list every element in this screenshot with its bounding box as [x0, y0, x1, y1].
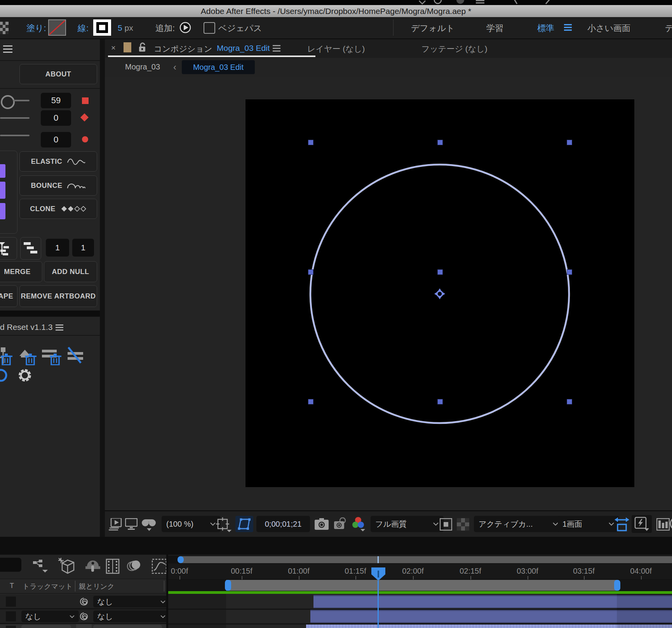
header-track-matte[interactable]: トラックマット	[23, 582, 73, 591]
panel-menu-icon[interactable]	[3, 45, 12, 53]
show-snapshot-icon[interactable]	[333, 517, 347, 531]
track-matte-select[interactable]	[21, 625, 71, 628]
stroke-label[interactable]: 線:	[78, 23, 89, 34]
stroke-swatch[interactable]	[93, 19, 111, 36]
slider-track[interactable]	[13, 100, 30, 101]
clipped-purple-icon[interactable]	[0, 164, 5, 178]
lock-icon[interactable]	[138, 42, 147, 52]
fill-label[interactable]: 塗り:	[26, 23, 46, 34]
tab-layer[interactable]: レイヤー (なし)	[307, 43, 365, 54]
pixel-aspect-correction-icon[interactable]	[615, 517, 629, 532]
offset-field[interactable]: 1	[46, 239, 69, 257]
add-null-button[interactable]: ADD NULL	[44, 261, 97, 282]
red-square-icon[interactable]	[82, 97, 89, 104]
fill-swatch-none[interactable]	[48, 19, 66, 36]
layer-row[interactable]: なし なし	[0, 610, 166, 623]
draft-3d-icon[interactable]	[58, 558, 75, 574]
breadcrumb-current-box[interactable]: Mogra_03 Edit	[182, 60, 255, 74]
grid-guides-icon[interactable]	[216, 517, 232, 532]
elastic-button[interactable]: ELASTIC	[19, 151, 97, 172]
always-preview-icon[interactable]	[109, 518, 122, 531]
about-button[interactable]: ABOUT	[19, 64, 97, 84]
parent-select[interactable]: なし	[93, 596, 170, 607]
layer-switch-cell[interactable]	[6, 611, 16, 621]
transparency-grid-icon[interactable]	[457, 518, 469, 531]
selection-handle[interactable]	[437, 140, 443, 145]
add-options-icon[interactable]	[179, 22, 191, 33]
selection-handle[interactable]	[567, 269, 572, 275]
viewer-area[interactable]	[105, 77, 672, 510]
workspace-learn[interactable]: 学習	[486, 23, 503, 34]
slider-track[interactable]	[0, 135, 30, 136]
pickwhip-icon[interactable]	[79, 597, 89, 606]
work-area-end-handle[interactable]	[614, 580, 620, 591]
clipped-purple-icon[interactable]	[0, 182, 5, 199]
bezier-label[interactable]: ベジェパス	[218, 23, 262, 34]
clipped-circle-icon[interactable]	[665, 515, 672, 533]
comp-frame[interactable]	[245, 99, 634, 487]
tab-comp-name[interactable]: Mogra_03 Edit	[217, 43, 270, 53]
work-area-start-handle[interactable]	[225, 580, 231, 591]
sequence-stagger-button[interactable]	[20, 237, 41, 260]
layer-switch-cell[interactable]	[6, 626, 16, 628]
column-divider[interactable]	[164, 581, 164, 592]
track-matte-select[interactable]: なし	[21, 611, 79, 622]
time-ruler[interactable]: 0:00f 00:15f 01:00f 01:15f 02:00f 02:15f…	[168, 564, 672, 579]
gear-icon[interactable]	[17, 368, 33, 383]
stroke-width-value[interactable]: 5 px	[118, 23, 133, 33]
step-field[interactable]: 1	[72, 239, 94, 257]
panel-divider[interactable]	[100, 39, 105, 537]
sequence-pin-button[interactable]	[0, 237, 17, 260]
slider-value-field[interactable]: 0	[41, 110, 71, 126]
layer-row-selected-clipped[interactable]	[0, 624, 166, 628]
workspace-overflow[interactable]: デ	[665, 23, 672, 34]
clipped-ring-icon[interactable]	[0, 368, 9, 383]
workspace-menu-icon[interactable]	[564, 24, 572, 31]
graph-editor-icon[interactable]	[151, 559, 167, 574]
shy-layers-icon[interactable]	[85, 560, 100, 572]
breadcrumb-parent[interactable]: Mogra_03	[125, 62, 160, 71]
slider-track[interactable]	[0, 117, 30, 119]
channel-rgb-icon[interactable]	[351, 517, 365, 532]
selection-handle[interactable]	[308, 399, 313, 404]
merge-button[interactable]: MERGE	[0, 261, 42, 282]
work-area-bar[interactable]	[226, 580, 617, 591]
checkerboard-tool-icon[interactable]	[0, 22, 9, 34]
timecode-field[interactable]: 0;00;01;21	[256, 516, 310, 532]
layer-switch-cell[interactable]	[6, 597, 16, 607]
monitor-icon[interactable]	[125, 518, 138, 530]
selection-handle[interactable]	[308, 269, 313, 275]
header-parent-link[interactable]: 親とリンク	[79, 582, 115, 591]
region-of-interest-button[interactable]	[235, 516, 253, 532]
quality-select[interactable]: フル画質	[371, 516, 444, 532]
parent-select[interactable]: なし	[93, 611, 170, 622]
pickwhip-icon[interactable]	[79, 612, 89, 621]
slider-value-field[interactable]: 59	[41, 93, 71, 108]
workspace-standard[interactable]: 標準	[537, 23, 554, 34]
tab-menu-icon[interactable]	[273, 45, 280, 52]
tab-close-icon[interactable]: ×	[111, 43, 116, 52]
clone-button[interactable]: CLONE	[19, 199, 97, 219]
camera-select[interactable]: アクティブカ...	[474, 516, 563, 532]
workspace-default[interactable]: デフォルト	[411, 23, 455, 34]
current-time-field-clipped[interactable]	[0, 558, 21, 572]
delete-bars-button[interactable]	[42, 347, 61, 365]
view-layout-select[interactable]: 1画面	[558, 516, 619, 532]
slider-knob[interactable]	[1, 95, 15, 109]
window-titlebar[interactable]: Adobe After Effects - /Users/ymac/Dropbo…	[0, 5, 672, 17]
red-diamond-icon[interactable]	[80, 113, 89, 121]
bezier-checkbox[interactable]	[204, 22, 215, 34]
red-circle-icon[interactable]	[82, 136, 88, 142]
mask-visibility-icon[interactable]	[141, 518, 158, 531]
unlink-bars-button[interactable]	[67, 347, 84, 364]
reset-panel-menu-icon[interactable]	[56, 324, 63, 331]
zoom-select[interactable]: (100 %)	[162, 516, 221, 532]
tab-footage[interactable]: フッテージ (なし)	[421, 43, 487, 54]
delete-anchor-button[interactable]	[19, 347, 37, 365]
delete-rig-button[interactable]	[0, 347, 13, 365]
pickwhip-cell[interactable]	[76, 624, 92, 628]
bounce-button[interactable]: BOUNCE	[19, 175, 97, 196]
slider-value-field[interactable]: 0	[41, 132, 71, 147]
selection-handle[interactable]	[437, 399, 443, 404]
selection-handle[interactable]	[567, 140, 572, 145]
